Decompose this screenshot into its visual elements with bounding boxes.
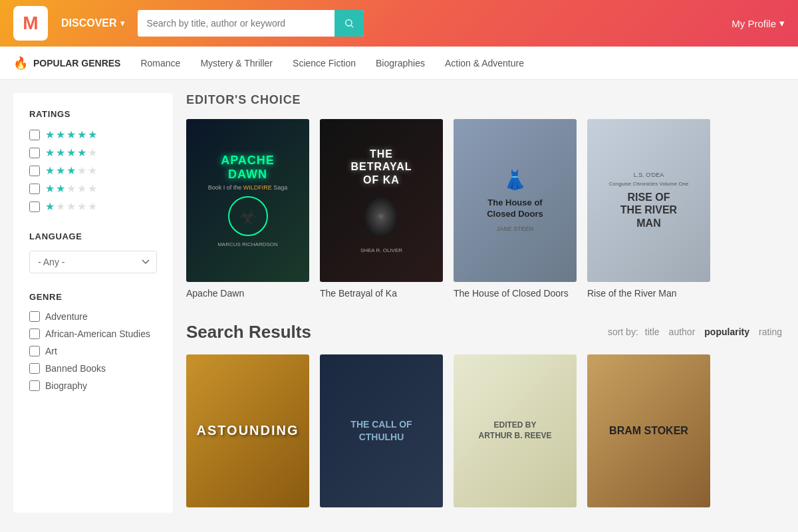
- search-button[interactable]: [334, 10, 364, 37]
- rating-row-2: ★ ★ ★ ★ ★: [29, 182, 157, 195]
- sort-bar: sort by: title author popularity rating: [608, 325, 785, 338]
- editors-choice-grid: APACHEDAWN Book I of the WILDFIRE Saga ☣…: [186, 119, 785, 301]
- stars-4: ★ ★ ★ ★ ★: [45, 146, 97, 159]
- genre-item-banned-books: Banned Books: [29, 363, 157, 374]
- sidebar: RATINGS ★ ★ ★ ★ ★ ★ ★ ★ ★: [13, 93, 173, 513]
- genre-label-biography: Biography: [45, 380, 87, 391]
- book-card-betrayal[interactable]: THEBETRAYALOF KA 👁 SHEA R. OLIVER The Be…: [320, 119, 443, 301]
- star: ★: [88, 128, 97, 141]
- popular-genres-label: 🔥 POPULAR GENRES: [13, 56, 120, 70]
- search-cover-cthulhu: THE CALL OF CTHULHU: [320, 354, 443, 507]
- language-select[interactable]: - Any - English French German Spanish: [29, 251, 157, 273]
- star: ★: [77, 146, 86, 159]
- genre-biographies[interactable]: Biographies: [376, 58, 425, 68]
- popular-genres-text: POPULAR GENRES: [33, 58, 120, 68]
- sort-label: sort by:: [608, 327, 638, 337]
- star: ★: [88, 146, 97, 159]
- star: ★: [66, 200, 76, 213]
- book-card-river-man[interactable]: L.S. O'DEA Conguise Chronicles Volume On…: [587, 119, 710, 301]
- main-content: RATINGS ★ ★ ★ ★ ★ ★ ★ ★ ★: [0, 80, 798, 526]
- stars-5: ★ ★ ★ ★ ★: [45, 128, 97, 141]
- search-book-cthulhu[interactable]: THE CALL OF CTHULHU: [320, 354, 443, 513]
- sort-popularity[interactable]: popularity: [702, 325, 752, 338]
- star: ★: [88, 182, 97, 195]
- book-cover-betrayal: THEBETRAYALOF KA 👁 SHEA R. OLIVER: [320, 119, 443, 282]
- genre-label-african-american: African-American Studies: [45, 329, 150, 339]
- rating-checkbox-2[interactable]: [29, 184, 40, 194]
- content-area: EDITOR'S CHOICE APACHEDAWN Book I of the…: [186, 93, 785, 513]
- rating-checkbox-5[interactable]: [29, 130, 40, 140]
- rating-row-5: ★ ★ ★ ★ ★: [29, 128, 157, 141]
- star: ★: [45, 164, 55, 177]
- star: ★: [56, 182, 65, 195]
- star: ★: [66, 128, 76, 141]
- rating-checkbox-4[interactable]: [29, 148, 40, 158]
- book-title-betrayal: The Betrayal of Ka: [320, 287, 443, 301]
- rating-checkbox-1[interactable]: [29, 201, 40, 212]
- book-title-house: The House of Closed Doors: [454, 287, 577, 301]
- search-icon: [344, 18, 354, 29]
- search-books-grid: ASTOUNDING THE CALL OF CTHULHU: [186, 354, 785, 513]
- genre-label-adventure: Adventure: [45, 311, 88, 322]
- star: ★: [66, 164, 76, 177]
- search-book-stoker[interactable]: BRAM STOKER: [587, 354, 710, 513]
- rating-row-1: ★ ★ ★ ★ ★: [29, 200, 157, 213]
- my-profile-button[interactable]: My Profile ▾: [732, 17, 785, 29]
- star: ★: [77, 182, 86, 195]
- search-results-title: Search Results: [186, 322, 311, 342]
- book-title-apache-dawn: Apache Dawn: [186, 287, 309, 301]
- genre-romance[interactable]: Romance: [140, 58, 180, 68]
- logo[interactable]: M: [13, 6, 48, 41]
- language-title: LANGUAGE: [29, 231, 157, 241]
- book-card-apache-dawn[interactable]: APACHEDAWN Book I of the WILDFIRE Saga ☣…: [186, 119, 309, 301]
- sort-title[interactable]: title: [642, 325, 662, 338]
- chevron-down-icon: ▾: [779, 17, 785, 29]
- stars-2: ★ ★ ★ ★ ★: [45, 182, 97, 195]
- genre-label-banned-books: Banned Books: [45, 363, 106, 374]
- genre-checkbox-biography[interactable]: [29, 380, 40, 391]
- genre-label-art: Art: [45, 346, 57, 356]
- stars-3: ★ ★ ★ ★ ★: [45, 164, 97, 177]
- fire-icon: 🔥: [13, 56, 28, 70]
- search-book-astounding[interactable]: ASTOUNDING: [186, 354, 309, 513]
- my-profile-label: My Profile: [732, 18, 776, 29]
- genre-action-adventure[interactable]: Action & Adventure: [445, 58, 524, 68]
- stars-1: ★ ★ ★ ★ ★: [45, 200, 97, 213]
- star: ★: [77, 128, 86, 141]
- rating-checkbox-3[interactable]: [29, 166, 40, 176]
- svg-line-1: [351, 25, 353, 27]
- chevron-down-icon: ▾: [120, 19, 124, 28]
- genre-item-adventure: Adventure: [29, 311, 157, 322]
- genre-mystery-thriller[interactable]: Mystery & Thriller: [200, 58, 273, 68]
- book-card-house[interactable]: 👗 The House ofClosed Doors JANE STEEN Th…: [454, 119, 577, 301]
- discover-button[interactable]: DISCOVER ▾: [61, 17, 124, 29]
- star: ★: [88, 200, 97, 213]
- genre-science-fiction[interactable]: Science Fiction: [293, 58, 356, 68]
- genre-checkbox-art[interactable]: [29, 346, 40, 356]
- star: ★: [66, 146, 76, 159]
- star: ★: [88, 164, 97, 177]
- ratings-title: RATINGS: [29, 109, 157, 119]
- genre-checkbox-banned-books[interactable]: [29, 363, 40, 374]
- search-book-edited[interactable]: EDITED BYARTHUR B. REEVE: [454, 354, 577, 513]
- genre-checkbox-african-american[interactable]: [29, 329, 40, 339]
- star: ★: [77, 164, 86, 177]
- star: ★: [56, 146, 65, 159]
- rating-row-3: ★ ★ ★ ★ ★: [29, 164, 157, 177]
- sort-author[interactable]: author: [666, 325, 698, 338]
- header: M DISCOVER ▾ My Profile ▾: [0, 0, 798, 47]
- genre-checkbox-adventure[interactable]: [29, 311, 40, 322]
- search-cover-stoker: BRAM STOKER: [587, 354, 710, 507]
- header-left: M DISCOVER ▾: [13, 6, 364, 41]
- editors-choice-section: EDITOR'S CHOICE APACHEDAWN Book I of the…: [186, 93, 785, 301]
- star: ★: [56, 200, 65, 213]
- search-results-section: Search Results sort by: title author pop…: [186, 322, 785, 513]
- genre-item-biography: Biography: [29, 380, 157, 391]
- logo-letter: M: [23, 13, 38, 34]
- star: ★: [45, 200, 55, 213]
- genre-item-art: Art: [29, 346, 157, 356]
- search-cover-edited: EDITED BYARTHUR B. REEVE: [454, 354, 577, 507]
- sort-rating[interactable]: rating: [756, 325, 785, 338]
- genre-filter-title: GENRE: [29, 292, 157, 302]
- search-input[interactable]: [138, 10, 334, 37]
